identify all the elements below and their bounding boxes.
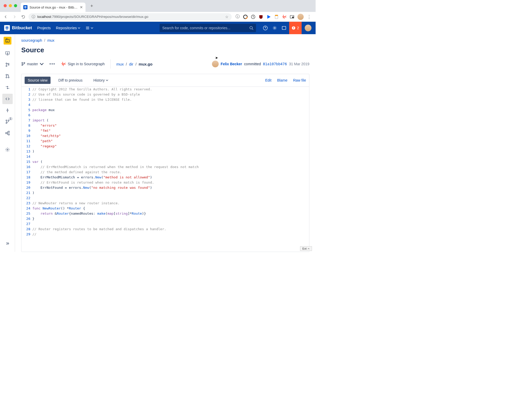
- code-line[interactable]: 14: [22, 154, 309, 159]
- code-line[interactable]: 2// Use of this source code is governed …: [22, 92, 309, 97]
- path-root[interactable]: mux: [116, 62, 124, 66]
- line-number[interactable]: 13: [22, 149, 32, 154]
- help-icon[interactable]: [261, 24, 269, 32]
- branch-selector[interactable]: master: [21, 62, 44, 66]
- path-dir[interactable]: dir: [129, 62, 133, 66]
- line-number[interactable]: 16: [22, 164, 32, 170]
- reload-button[interactable]: [20, 13, 27, 20]
- code-line[interactable]: 15var (: [22, 159, 309, 164]
- search-input[interactable]: [162, 26, 247, 30]
- line-number[interactable]: 29: [22, 232, 32, 237]
- breadcrumb-repo[interactable]: mux: [47, 38, 54, 42]
- sidebar-commits-icon[interactable]: [2, 105, 13, 115]
- ext-sourcegraph-icon[interactable]: [282, 15, 287, 19]
- action-blame[interactable]: Blame: [277, 78, 288, 82]
- browser-tab[interactable]: Source of mux.go - mux - Bitbuc… ✕: [21, 3, 86, 12]
- line-number[interactable]: 2: [22, 92, 32, 97]
- commit-hash[interactable]: 81a107bb476: [263, 62, 287, 66]
- line-number[interactable]: 8: [22, 123, 32, 128]
- line-number[interactable]: 18: [22, 175, 32, 180]
- code-line[interactable]: 25 return &Router{namedRoutes: make(map[…: [22, 211, 309, 216]
- line-number[interactable]: 19: [22, 180, 32, 185]
- code-line[interactable]: 12 "regexp": [22, 144, 309, 149]
- code-line[interactable]: 29//: [22, 232, 309, 237]
- line-number[interactable]: 20: [22, 185, 32, 190]
- project-icon[interactable]: [4, 37, 11, 45]
- line-number[interactable]: 23: [22, 201, 32, 206]
- code-line[interactable]: 8 "errors": [22, 123, 309, 128]
- sourcegraph-signin[interactable]: Sign in to Sourcegraph: [61, 62, 105, 66]
- line-number[interactable]: 9: [22, 128, 32, 133]
- code-line[interactable]: 27: [22, 221, 309, 227]
- code-line[interactable]: 26}: [22, 216, 309, 221]
- settings-icon[interactable]: [271, 24, 279, 32]
- new-tab-button[interactable]: +: [88, 2, 95, 10]
- nav-projects[interactable]: Projects: [37, 26, 51, 30]
- breadcrumb-project[interactable]: sourcegraph: [21, 38, 42, 42]
- line-number[interactable]: 6: [22, 113, 32, 118]
- line-number[interactable]: 7: [22, 118, 32, 123]
- ext-clock-icon[interactable]: [251, 15, 255, 19]
- ext-doc-icon[interactable]: [274, 15, 279, 19]
- code-line[interactable]: 4: [22, 102, 309, 107]
- alert-badge[interactable]: 2: [289, 22, 302, 34]
- line-number[interactable]: 5: [22, 107, 32, 113]
- line-number[interactable]: 17: [22, 170, 32, 175]
- tab-source-view[interactable]: Source view: [25, 77, 51, 84]
- code-line[interactable]: 18 ErrMethodMismatch = errors.New("metho…: [22, 175, 309, 180]
- line-number[interactable]: 11: [22, 139, 32, 144]
- line-number[interactable]: 26: [22, 216, 32, 221]
- ext-colorring-icon[interactable]: [243, 15, 248, 19]
- line-number[interactable]: 14: [22, 154, 32, 159]
- action-edit[interactable]: Edit: [265, 78, 271, 82]
- sidebar-source-icon[interactable]: [2, 94, 13, 104]
- browser-menu-icon[interactable]: ⋮: [307, 14, 311, 20]
- code-line[interactable]: 23// NewRouter returns a new router inst…: [22, 201, 309, 206]
- sidebar-settings-icon[interactable]: [2, 144, 13, 155]
- tab-diff[interactable]: Diff to previous: [55, 77, 86, 84]
- code-line[interactable]: 19 // ErrNotFound is returned when no ro…: [22, 180, 309, 185]
- line-number[interactable]: 28: [22, 227, 32, 232]
- line-number[interactable]: 27: [22, 221, 32, 227]
- code-line[interactable]: 6: [22, 113, 309, 118]
- code-viewer[interactable]: 1// Copyright 2012 The Gorilla Authors. …: [22, 87, 309, 252]
- window-minimize-icon[interactable]: [9, 4, 12, 7]
- code-line[interactable]: 24func NewRouter() *Router {: [22, 206, 309, 211]
- code-line[interactable]: 10 "net/http": [22, 133, 309, 139]
- action-raw[interactable]: Raw file: [293, 78, 306, 82]
- sidebar-compare-icon[interactable]: [2, 82, 13, 93]
- sidebar-clone-icon[interactable]: [2, 48, 13, 59]
- line-number[interactable]: 25: [22, 211, 32, 216]
- sidebar-expand-icon[interactable]: [2, 238, 13, 249]
- line-number[interactable]: 3: [22, 97, 32, 102]
- ext-screen-icon[interactable]: [290, 15, 294, 19]
- close-tab-icon[interactable]: ✕: [80, 5, 83, 9]
- more-actions-icon[interactable]: •••: [48, 62, 57, 66]
- code-line[interactable]: 28// Router registers routes to be match…: [22, 227, 309, 232]
- browser-profile-avatar[interactable]: [297, 14, 304, 20]
- forward-button[interactable]: [11, 13, 18, 20]
- code-line[interactable]: 5package mux: [22, 107, 309, 113]
- ext-info-icon[interactable]: ⓘ: [235, 15, 240, 19]
- nav-repositories[interactable]: Repositories: [56, 26, 81, 30]
- bookmark-icon[interactable]: ☆: [225, 15, 229, 19]
- search-box[interactable]: [160, 24, 256, 32]
- line-number[interactable]: 22: [22, 195, 32, 201]
- line-number[interactable]: 4: [22, 102, 32, 107]
- device-icon[interactable]: [280, 24, 288, 32]
- tab-history[interactable]: History: [90, 77, 111, 84]
- line-number[interactable]: 15: [22, 159, 32, 164]
- ext-ublock-icon[interactable]: [259, 15, 263, 19]
- line-number[interactable]: 1: [22, 87, 32, 92]
- line-number[interactable]: 21: [22, 190, 32, 195]
- back-button[interactable]: [2, 13, 9, 20]
- nav-menu-icon[interactable]: [86, 26, 93, 30]
- sidebar-create-branch-icon[interactable]: [2, 60, 13, 70]
- user-avatar[interactable]: [305, 25, 311, 31]
- bitbucket-logo[interactable]: Bitbucket: [4, 25, 32, 31]
- code-line[interactable]: 1// Copyright 2012 The Gorilla Authors. …: [22, 87, 309, 92]
- window-close-icon[interactable]: [4, 4, 7, 7]
- code-line[interactable]: 9 "fmt": [22, 128, 309, 133]
- sidebar-branches-icon[interactable]: 1: [2, 117, 13, 127]
- address-bar[interactable]: ⓘ localhost:7990/projects/SOURCEGRAPH/re…: [29, 13, 232, 20]
